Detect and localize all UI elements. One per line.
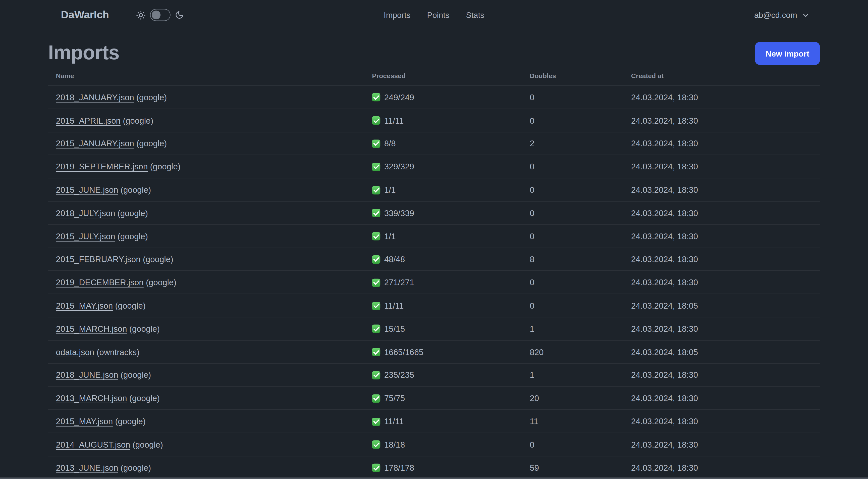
check-icon [372, 348, 380, 356]
doubles-count: 59 [530, 463, 631, 472]
toggle-knob [152, 10, 160, 19]
check-icon [372, 232, 380, 240]
import-file-link[interactable]: 2015_MAY.json [56, 417, 113, 426]
table-body: 2018_JANUARY.json (google) 249/249 0 24.… [48, 86, 820, 479]
check-icon [372, 325, 380, 333]
page-title: Imports [48, 41, 119, 64]
processed-cell: 329/329 [372, 162, 530, 171]
created-at: 24.03.2024, 18:30 [631, 463, 820, 472]
import-source: (google) [141, 255, 173, 264]
processed-count: 329/329 [384, 162, 414, 171]
sun-icon [136, 10, 146, 20]
theme-toggle-group [136, 0, 184, 30]
nav-points[interactable]: Points [427, 10, 449, 19]
import-file-link[interactable]: 2014_AUGUST.json [56, 440, 130, 449]
processed-cell: 8/8 [372, 139, 530, 148]
processed-cell: 18/18 [372, 440, 530, 449]
table-row: 2019_SEPTEMBER.json (google) 329/329 0 2… [48, 155, 820, 178]
account-menu[interactable]: ab@cd.com [754, 0, 809, 30]
import-source: (google) [115, 208, 148, 217]
import-file-link[interactable]: 2018_JUNE.json [56, 370, 118, 380]
check-icon [372, 93, 380, 101]
col-header-doubles: Doubles [530, 71, 631, 80]
processed-cell: 48/48 [372, 255, 530, 264]
col-header-name: Name [48, 71, 372, 80]
created-at: 24.03.2024, 18:30 [631, 417, 820, 426]
table-row: 2013_MARCH.json (google) 75/75 20 24.03.… [48, 387, 820, 410]
table-row: odata.json (owntracks) 1665/1665 820 24.… [48, 340, 820, 364]
import-file-link[interactable]: 2019_DECEMBER.json [56, 278, 144, 287]
name-cell: 2015_FEBRUARY.json (google) [48, 255, 372, 264]
import-source: (google) [134, 139, 167, 148]
nav-imports[interactable]: Imports [384, 10, 411, 19]
check-icon [372, 209, 380, 217]
processed-count: 1/1 [384, 185, 396, 194]
import-file-link[interactable]: 2015_JULY.json [56, 232, 115, 241]
import-file-link[interactable]: odata.json [56, 347, 94, 356]
import-file-link[interactable]: 2019_SEPTEMBER.json [56, 162, 148, 171]
created-at: 24.03.2024, 18:30 [631, 139, 820, 148]
import-file-link[interactable]: 2015_JANUARY.json [56, 139, 134, 148]
name-cell: 2013_JUNE.json (google) [48, 463, 372, 472]
name-cell: 2015_APRIL.json (google) [48, 116, 372, 125]
import-source: (google) [127, 393, 160, 402]
processed-cell: 1/1 [372, 232, 530, 241]
imports-table: Name Processed Doubles Created at 2018_J… [48, 66, 820, 479]
import-source: (google) [118, 463, 151, 472]
import-file-link[interactable]: 2018_JULY.json [56, 208, 115, 217]
table-row: 2019_DECEMBER.json (google) 271/271 0 24… [48, 271, 820, 294]
doubles-count: 0 [530, 92, 631, 102]
name-cell: 2014_AUGUST.json (google) [48, 440, 372, 449]
check-icon [372, 163, 380, 171]
name-cell: 2015_MARCH.json (google) [48, 324, 372, 333]
app-window: DaWarIch Imports Points Stats ab@cd.com [0, 0, 868, 479]
import-file-link[interactable]: 2013_MARCH.json [56, 393, 127, 402]
import-file-link[interactable]: 2015_APRIL.json [56, 116, 121, 125]
new-import-button[interactable]: New import [755, 42, 820, 65]
import-source: (google) [115, 232, 148, 241]
check-icon [372, 417, 380, 426]
processed-cell: 75/75 [372, 393, 530, 402]
processed-count: 11/11 [384, 417, 404, 426]
doubles-count: 1 [530, 324, 631, 333]
created-at: 24.03.2024, 18:30 [631, 324, 820, 333]
processed-cell: 1665/1665 [372, 347, 530, 356]
created-at: 24.03.2024, 18:30 [631, 440, 820, 449]
import-file-link[interactable]: 2015_MAY.json [56, 301, 113, 310]
table-row: 2018_JANUARY.json (google) 249/249 0 24.… [48, 86, 820, 109]
name-cell: 2018_JUNE.json (google) [48, 370, 372, 380]
doubles-count: 20 [530, 393, 631, 402]
chevron-down-icon [802, 11, 809, 19]
theme-toggle[interactable] [150, 9, 170, 21]
processed-cell: 249/249 [372, 92, 530, 102]
processed-cell: 1/1 [372, 185, 530, 194]
processed-count: 8/8 [384, 139, 396, 148]
created-at: 24.03.2024, 18:30 [631, 92, 820, 102]
check-icon [372, 302, 380, 310]
import-source: (google) [148, 162, 180, 171]
processed-count: 249/249 [384, 92, 414, 102]
table-row: 2015_FEBRUARY.json (google) 48/48 8 24.0… [48, 248, 820, 271]
doubles-count: 1 [530, 370, 631, 380]
nav-stats[interactable]: Stats [466, 10, 484, 19]
table-row: 2018_JULY.json (google) 339/339 0 24.03.… [48, 202, 820, 225]
import-file-link[interactable]: 2015_FEBRUARY.json [56, 255, 141, 264]
created-at: 24.03.2024, 18:30 [631, 116, 820, 125]
doubles-count: 0 [530, 301, 631, 310]
processed-cell: 178/178 [372, 463, 530, 472]
doubles-count: 0 [530, 162, 631, 171]
horizontal-scrollbar[interactable] [0, 478, 868, 479]
processed-count: 11/11 [384, 301, 404, 310]
processed-count: 18/18 [384, 440, 405, 449]
created-at: 24.03.2024, 18:30 [631, 278, 820, 287]
table-row: 2015_JANUARY.json (google) 8/8 2 24.03.2… [48, 132, 820, 155]
processed-cell: 11/11 [372, 116, 530, 125]
import-file-link[interactable]: 2013_JUNE.json [56, 463, 118, 472]
import-file-link[interactable]: 2015_MARCH.json [56, 324, 127, 333]
processed-count: 1/1 [384, 232, 396, 241]
table-row: 2015_MARCH.json (google) 15/15 1 24.03.2… [48, 318, 820, 340]
app-logo[interactable]: DaWarIch [61, 0, 109, 30]
import-file-link[interactable]: 2018_JANUARY.json [56, 92, 134, 102]
import-file-link[interactable]: 2015_JUNE.json [56, 185, 118, 194]
created-at: 24.03.2024, 18:30 [631, 208, 820, 217]
